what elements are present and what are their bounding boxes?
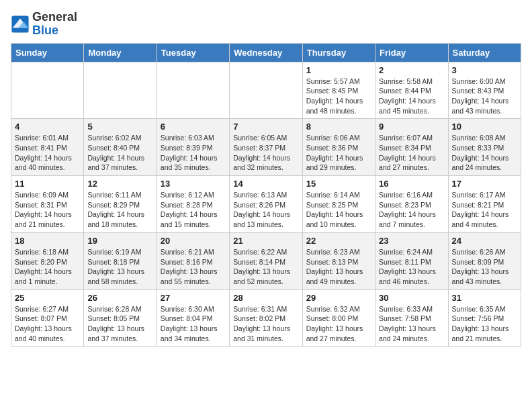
date-number: 18: [15, 236, 80, 246]
cell-info: Sunrise: 6:16 AM Sunset: 8:23 PM Dayligh…: [379, 190, 444, 230]
cell-info: Sunrise: 6:05 AM Sunset: 8:37 PM Dayligh…: [233, 133, 298, 173]
logo-icon: [11, 15, 30, 34]
day-header-monday: Monday: [84, 43, 157, 62]
page-header: General Blue: [11, 11, 521, 38]
calendar-cell: 20Sunrise: 6:21 AM Sunset: 8:16 PM Dayli…: [157, 232, 229, 289]
date-number: 27: [161, 293, 226, 303]
week-row-2: 4Sunrise: 6:01 AM Sunset: 8:41 PM Daylig…: [11, 119, 521, 176]
calendar-cell: 17Sunrise: 6:17 AM Sunset: 8:21 PM Dayli…: [448, 176, 521, 233]
calendar-cell: 12Sunrise: 6:11 AM Sunset: 8:29 PM Dayli…: [84, 176, 157, 233]
calendar-body: 1Sunrise: 5:57 AM Sunset: 8:45 PM Daylig…: [11, 62, 521, 347]
calendar-cell: 10Sunrise: 6:08 AM Sunset: 8:33 PM Dayli…: [448, 119, 521, 176]
date-number: 29: [306, 293, 371, 303]
calendar-cell: 3Sunrise: 6:00 AM Sunset: 8:43 PM Daylig…: [448, 62, 521, 119]
cell-info: Sunrise: 6:09 AM Sunset: 8:31 PM Dayligh…: [15, 190, 80, 230]
logo: General Blue: [11, 11, 77, 38]
calendar-cell: 27Sunrise: 6:30 AM Sunset: 8:04 PM Dayli…: [157, 289, 229, 347]
cell-info: Sunrise: 6:18 AM Sunset: 8:20 PM Dayligh…: [15, 247, 80, 287]
cell-info: Sunrise: 6:24 AM Sunset: 8:11 PM Dayligh…: [379, 247, 444, 287]
date-number: 10: [452, 122, 517, 132]
cell-info: Sunrise: 6:07 AM Sunset: 8:34 PM Dayligh…: [379, 133, 444, 173]
date-number: 26: [87, 293, 152, 303]
cell-info: Sunrise: 6:06 AM Sunset: 8:36 PM Dayligh…: [306, 133, 371, 173]
week-row-3: 11Sunrise: 6:09 AM Sunset: 8:31 PM Dayli…: [11, 176, 521, 233]
cell-info: Sunrise: 6:27 AM Sunset: 8:07 PM Dayligh…: [15, 304, 80, 344]
calendar-cell: 18Sunrise: 6:18 AM Sunset: 8:20 PM Dayli…: [11, 232, 84, 289]
cell-info: Sunrise: 6:21 AM Sunset: 8:16 PM Dayligh…: [161, 247, 226, 287]
calendar-cell: 31Sunrise: 6:35 AM Sunset: 7:56 PM Dayli…: [448, 289, 521, 347]
calendar-cell: 19Sunrise: 6:19 AM Sunset: 8:18 PM Dayli…: [84, 232, 157, 289]
cell-info: Sunrise: 6:28 AM Sunset: 8:05 PM Dayligh…: [87, 304, 152, 344]
date-number: 14: [233, 179, 298, 189]
date-number: 13: [161, 179, 226, 189]
date-number: 25: [15, 293, 80, 303]
calendar-cell: 6Sunrise: 6:03 AM Sunset: 8:39 PM Daylig…: [157, 119, 229, 176]
calendar-cell: 9Sunrise: 6:07 AM Sunset: 8:34 PM Daylig…: [375, 119, 448, 176]
cell-info: Sunrise: 6:13 AM Sunset: 8:26 PM Dayligh…: [233, 190, 298, 230]
date-number: 4: [15, 122, 80, 132]
cell-info: Sunrise: 6:33 AM Sunset: 7:58 PM Dayligh…: [379, 304, 444, 344]
date-number: 15: [306, 179, 371, 189]
cell-info: Sunrise: 6:03 AM Sunset: 8:39 PM Dayligh…: [161, 133, 226, 173]
calendar-cell: 29Sunrise: 6:32 AM Sunset: 8:00 PM Dayli…: [302, 289, 375, 347]
calendar-cell: 13Sunrise: 6:12 AM Sunset: 8:28 PM Dayli…: [157, 176, 229, 233]
date-number: 20: [161, 236, 226, 246]
cell-info: Sunrise: 6:26 AM Sunset: 8:09 PM Dayligh…: [452, 247, 517, 287]
cell-info: Sunrise: 6:00 AM Sunset: 8:43 PM Dayligh…: [452, 77, 517, 116]
date-number: 31: [452, 293, 517, 303]
calendar-cell: 5Sunrise: 6:02 AM Sunset: 8:40 PM Daylig…: [84, 119, 157, 176]
cell-info: Sunrise: 6:23 AM Sunset: 8:13 PM Dayligh…: [306, 247, 371, 287]
date-number: 8: [306, 122, 371, 132]
cell-info: Sunrise: 6:19 AM Sunset: 8:18 PM Dayligh…: [87, 247, 152, 287]
cell-info: Sunrise: 5:57 AM Sunset: 8:45 PM Dayligh…: [306, 77, 371, 116]
date-number: 2: [379, 65, 444, 75]
date-number: 1: [306, 65, 371, 75]
calendar-cell: 30Sunrise: 6:33 AM Sunset: 7:58 PM Dayli…: [375, 289, 448, 347]
cell-info: Sunrise: 6:11 AM Sunset: 8:29 PM Dayligh…: [87, 190, 152, 230]
calendar-cell: 8Sunrise: 6:06 AM Sunset: 8:36 PM Daylig…: [302, 119, 375, 176]
date-number: 6: [161, 122, 226, 132]
calendar-table: SundayMondayTuesdayWednesdayThursdayFrid…: [11, 43, 521, 347]
calendar-cell: 11Sunrise: 6:09 AM Sunset: 8:31 PM Dayli…: [11, 176, 84, 233]
cell-info: Sunrise: 6:08 AM Sunset: 8:33 PM Dayligh…: [452, 133, 517, 173]
cell-info: Sunrise: 5:58 AM Sunset: 8:44 PM Dayligh…: [379, 77, 444, 116]
week-row-1: 1Sunrise: 5:57 AM Sunset: 8:45 PM Daylig…: [11, 62, 521, 119]
date-number: 22: [306, 236, 371, 246]
date-number: 21: [233, 236, 298, 246]
calendar-cell: 24Sunrise: 6:26 AM Sunset: 8:09 PM Dayli…: [448, 232, 521, 289]
cell-info: Sunrise: 6:32 AM Sunset: 8:00 PM Dayligh…: [306, 304, 371, 344]
calendar-cell: 7Sunrise: 6:05 AM Sunset: 8:37 PM Daylig…: [230, 119, 302, 176]
cell-info: Sunrise: 6:22 AM Sunset: 8:14 PM Dayligh…: [233, 247, 298, 287]
cell-info: Sunrise: 6:31 AM Sunset: 8:02 PM Dayligh…: [233, 304, 298, 344]
date-number: 19: [87, 236, 152, 246]
calendar-cell: 26Sunrise: 6:28 AM Sunset: 8:05 PM Dayli…: [84, 289, 157, 347]
calendar-cell: [157, 62, 229, 119]
week-row-5: 25Sunrise: 6:27 AM Sunset: 8:07 PM Dayli…: [11, 289, 521, 347]
day-header-tuesday: Tuesday: [157, 43, 229, 62]
calendar-cell: 15Sunrise: 6:14 AM Sunset: 8:25 PM Dayli…: [302, 176, 375, 233]
date-number: 3: [452, 65, 517, 75]
date-number: 28: [233, 293, 298, 303]
date-number: 9: [379, 122, 444, 132]
date-number: 17: [452, 179, 517, 189]
calendar-cell: 22Sunrise: 6:23 AM Sunset: 8:13 PM Dayli…: [302, 232, 375, 289]
calendar-cell: 1Sunrise: 5:57 AM Sunset: 8:45 PM Daylig…: [302, 62, 375, 119]
calendar-cell: 23Sunrise: 6:24 AM Sunset: 8:11 PM Dayli…: [375, 232, 448, 289]
day-header-sunday: Sunday: [11, 43, 84, 62]
cell-info: Sunrise: 6:30 AM Sunset: 8:04 PM Dayligh…: [161, 304, 226, 344]
calendar-cell: [230, 62, 302, 119]
day-header-thursday: Thursday: [302, 43, 375, 62]
day-header-friday: Friday: [375, 43, 448, 62]
date-number: 5: [87, 122, 152, 132]
day-header-wednesday: Wednesday: [230, 43, 302, 62]
calendar-cell: 2Sunrise: 5:58 AM Sunset: 8:44 PM Daylig…: [375, 62, 448, 119]
calendar-cell: 4Sunrise: 6:01 AM Sunset: 8:41 PM Daylig…: [11, 119, 84, 176]
day-header-saturday: Saturday: [448, 43, 521, 62]
date-number: 23: [379, 236, 444, 246]
date-number: 7: [233, 122, 298, 132]
cell-info: Sunrise: 6:12 AM Sunset: 8:28 PM Dayligh…: [161, 190, 226, 230]
cell-info: Sunrise: 6:17 AM Sunset: 8:21 PM Dayligh…: [452, 190, 517, 230]
week-row-4: 18Sunrise: 6:18 AM Sunset: 8:20 PM Dayli…: [11, 232, 521, 289]
date-number: 30: [379, 293, 444, 303]
logo-text: General Blue: [32, 11, 77, 38]
